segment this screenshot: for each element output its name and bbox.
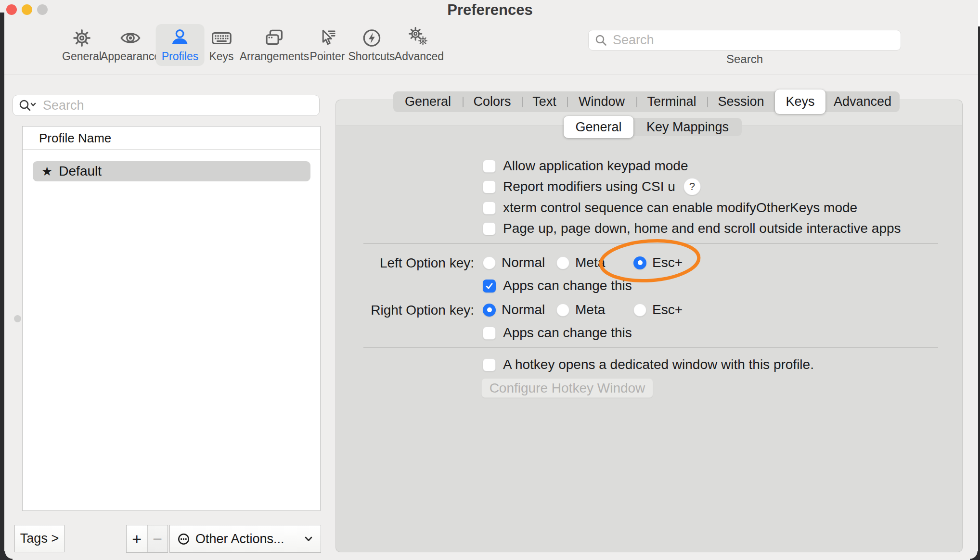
radio-right-meta[interactable]: Meta	[556, 303, 605, 317]
checkbox-label: xterm control sequence can enable modify…	[503, 200, 857, 216]
tags-button[interactable]: Tags >	[14, 525, 64, 552]
separator	[363, 347, 938, 348]
other-actions-label: Other Actions...	[195, 532, 284, 547]
radio-circle-selected	[483, 304, 496, 317]
radio-left-esc[interactable]: Esc+	[633, 255, 683, 270]
checkbox-left-apps-can-change[interactable]	[483, 280, 496, 293]
left-option-radio-group: Normal Meta Esc+	[483, 255, 772, 270]
checkbox-keypad-mode[interactable]	[483, 160, 496, 173]
row-keypad-mode: Allow application keypad mode	[483, 159, 688, 173]
checkbox-label: Allow application keypad mode	[503, 158, 688, 174]
checkbox-label: Apps can change this	[503, 278, 632, 293]
checkbox-right-apps-can-change[interactable]	[483, 327, 496, 340]
radio-label: Meta	[575, 255, 605, 270]
plus-icon: +	[132, 530, 142, 548]
radio-label: Meta	[575, 302, 605, 318]
toolbar-label: Profiles	[162, 50, 199, 63]
keyboard-icon	[210, 27, 232, 49]
checkbox-modify-other-keys[interactable]	[483, 202, 496, 215]
radio-label: Esc+	[652, 255, 683, 270]
radio-right-normal[interactable]: Normal	[483, 303, 545, 317]
add-remove-group: + −	[126, 525, 168, 553]
radio-left-meta[interactable]: Meta	[556, 255, 605, 270]
radio-label: Esc+	[652, 302, 683, 318]
preferences-window: Preferences General Appearance Profiles	[0, 0, 980, 560]
radio-right-esc[interactable]: Esc+	[633, 303, 683, 317]
configure-hotkey-window-button[interactable]: Configure Hotkey Window	[481, 378, 653, 398]
checkbox-hotkey-window[interactable]	[483, 358, 496, 371]
window-corner	[4, 551, 13, 560]
close-window-button[interactable]	[6, 4, 17, 15]
subtab-key-mappings[interactable]: Key Mappings	[633, 118, 742, 136]
window-edge	[0, 13, 4, 560]
tab-colors[interactable]: Colors	[463, 91, 522, 112]
keys-subtabs: General Key Mappings	[564, 118, 742, 136]
toolbar-item-advanced[interactable]: Advanced	[389, 24, 450, 66]
remove-profile-button[interactable]: −	[147, 525, 168, 552]
radio-label: Normal	[502, 255, 545, 270]
chevron-down-icon	[304, 535, 313, 542]
right-option-key-label: Right Option key:	[335, 303, 474, 318]
windows-icon	[263, 27, 285, 49]
profile-list: Profile Name ★ Default	[22, 126, 321, 511]
row-left-apps-can-change: Apps can change this	[483, 279, 632, 293]
gears-icon	[408, 27, 430, 49]
toolbar-divider	[4, 74, 979, 75]
toolbar-item-profiles[interactable]: Profiles	[156, 24, 205, 66]
checkbox-label: A hotkey opens a dedicated window with t…	[503, 357, 814, 372]
row-hotkey-window: A hotkey opens a dedicated window with t…	[483, 357, 814, 372]
toolbar-label: Advanced	[395, 50, 444, 63]
tab-terminal[interactable]: Terminal	[636, 91, 707, 112]
tab-general[interactable]: General	[393, 91, 463, 112]
tab-session[interactable]: Session	[707, 91, 775, 112]
tab-advanced[interactable]: Advanced	[825, 91, 900, 112]
pane-divider-dot	[14, 315, 21, 322]
subtab-general[interactable]: General	[564, 116, 633, 138]
tab-keys[interactable]: Keys	[775, 89, 825, 114]
profile-search-input[interactable]	[43, 98, 314, 113]
left-option-key-label: Left Option key:	[335, 255, 474, 271]
cursor-icon	[316, 27, 338, 49]
row-modify-other-keys: xterm control sequence can enable modify…	[483, 201, 857, 215]
tab-window[interactable]: Window	[567, 91, 636, 112]
toolbar-label: Pointer	[310, 50, 345, 63]
minimize-window-button[interactable]	[22, 4, 32, 15]
default-star-icon: ★	[41, 164, 52, 179]
toolbar-label: Keys	[209, 50, 233, 63]
row-csi-u: Report modifiers using CSI u ?	[483, 179, 701, 194]
profile-list-header: Profile Name	[23, 127, 320, 150]
search-menu-icon	[18, 99, 39, 112]
search-input[interactable]	[613, 33, 895, 48]
help-button[interactable]: ?	[683, 178, 701, 195]
radio-circle	[556, 304, 569, 317]
row-right-apps-can-change: Apps can change this	[483, 326, 632, 340]
configure-hotkey-label: Configure Hotkey Window	[490, 381, 645, 396]
toolbar-search-label: Search	[588, 52, 901, 66]
checkbox-page-scroll[interactable]	[483, 222, 496, 235]
minus-icon: −	[153, 530, 162, 548]
checkbox-csi-u[interactable]	[483, 180, 496, 193]
checkbox-label: Page up, page down, home and end scroll …	[503, 221, 901, 236]
person-icon	[169, 27, 191, 49]
window-title: Preferences	[447, 1, 533, 19]
profile-name: Default	[59, 164, 102, 179]
tab-text[interactable]: Text	[522, 91, 567, 112]
bolt-icon	[361, 27, 383, 49]
gear-icon	[71, 27, 93, 49]
toolbar-search-field[interactable]	[588, 30, 901, 51]
radio-circle	[556, 256, 569, 269]
toolbar-item-arrangements[interactable]: Arrangements	[234, 24, 315, 66]
other-actions-dropdown[interactable]: Other Actions...	[169, 525, 321, 553]
profile-row-default[interactable]: ★ Default	[33, 161, 310, 181]
radio-left-normal[interactable]: Normal	[483, 255, 545, 270]
right-option-radio-group: Normal Meta Esc+	[483, 303, 772, 317]
checkbox-label: Report modifiers using CSI u	[503, 179, 675, 194]
window-corner	[970, 551, 979, 560]
zoom-window-button[interactable]	[37, 4, 48, 15]
check-icon	[485, 281, 494, 291]
radio-circle-selected	[633, 256, 646, 269]
separator	[363, 243, 938, 244]
profile-search-field[interactable]	[13, 95, 320, 116]
radio-circle	[633, 304, 646, 317]
add-profile-button[interactable]: +	[127, 525, 147, 552]
